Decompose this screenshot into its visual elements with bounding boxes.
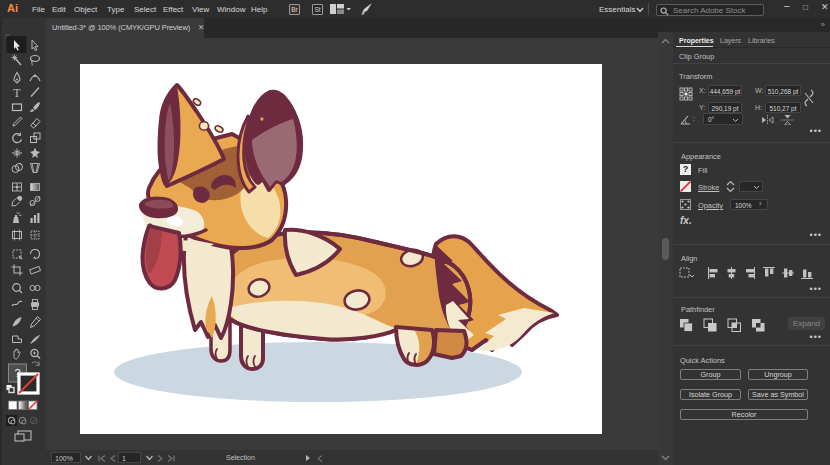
svg-text:T: T <box>13 86 21 100</box>
